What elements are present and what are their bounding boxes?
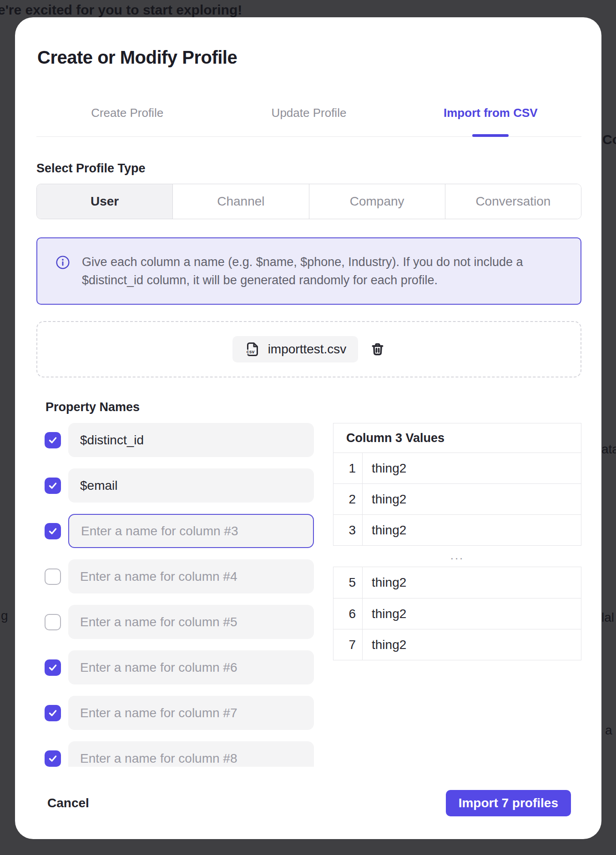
column-7-name-input[interactable] — [68, 696, 314, 730]
trash-icon — [370, 342, 385, 357]
row-number: 1 — [333, 453, 363, 483]
column-values-preview: Column 3 Values 1 thing2 2 thing2 3 thin… — [333, 423, 581, 767]
property-row-8 — [45, 741, 314, 767]
table-row: 2 thing2 — [333, 483, 581, 514]
property-name-list — [45, 423, 314, 767]
table-row: 3 thing2 — [333, 514, 581, 545]
row-number: 7 — [333, 629, 363, 660]
column-1-name-input[interactable] — [68, 423, 314, 457]
info-icon — [56, 255, 70, 272]
check-icon — [48, 526, 58, 536]
row-number: 3 — [333, 515, 363, 545]
rows-ellipsis: ... — [333, 546, 581, 567]
select-profile-type-label: Select Profile Type — [36, 161, 581, 176]
check-icon — [48, 754, 58, 764]
column-3-name-input[interactable] — [68, 514, 314, 548]
property-row-1 — [45, 423, 314, 457]
check-icon — [48, 435, 58, 445]
column-3-checkbox[interactable] — [45, 523, 61, 539]
table-row: 7 thing2 — [333, 629, 581, 660]
row-value: thing2 — [363, 484, 581, 514]
table-row: 1 thing2 — [333, 453, 581, 483]
row-value: thing2 — [363, 515, 581, 545]
column-8-name-input[interactable] — [68, 741, 314, 767]
background-banner-text: e're excited for you to start exploring! — [0, 2, 242, 18]
background-fragment: a — [605, 723, 612, 738]
background-fragment: lal — [601, 610, 614, 625]
preview-table-top: Column 3 Values 1 thing2 2 thing2 3 thin… — [333, 423, 581, 546]
background-fragment: g — [1, 609, 8, 623]
property-names-heading: Property Names — [45, 399, 581, 415]
property-row-5 — [45, 605, 314, 639]
column-4-name-input[interactable] — [68, 559, 314, 593]
table-row: 5 thing2 — [333, 567, 581, 598]
preview-table-header: Column 3 Values — [333, 423, 581, 453]
column-7-checkbox[interactable] — [45, 705, 61, 721]
csv-file-icon: csv — [244, 341, 261, 357]
profile-type-channel[interactable]: Channel — [172, 184, 308, 219]
column-4-checkbox[interactable] — [45, 568, 61, 585]
uploaded-file-name: importtest.csv — [268, 342, 347, 357]
row-number: 6 — [333, 598, 363, 629]
profile-type-company[interactable]: Company — [309, 184, 445, 219]
property-row-4 — [45, 559, 314, 593]
table-row: 6 thing2 — [333, 598, 581, 629]
column-8-checkbox[interactable] — [45, 750, 61, 767]
profile-type-conversation[interactable]: Conversation — [445, 184, 581, 219]
dialog-title: Create or Modify Profile — [37, 46, 581, 68]
check-icon — [48, 481, 58, 491]
row-value: thing2 — [363, 598, 581, 629]
row-value: thing2 — [363, 629, 581, 660]
column-6-checkbox[interactable] — [45, 659, 61, 676]
dialog-tabs: Create Profile Update Profile Import fro… — [36, 68, 581, 137]
column-5-checkbox[interactable] — [45, 614, 61, 630]
import-profiles-button[interactable]: Import 7 profiles — [446, 790, 571, 816]
column-1-checkbox[interactable] — [45, 432, 61, 448]
csv-upload-dropzone[interactable]: csv importtest.csv — [36, 321, 581, 377]
profile-type-user[interactable]: User — [37, 184, 172, 219]
tab-import-from-csv[interactable]: Import from CSV — [400, 106, 581, 136]
row-number: 5 — [333, 567, 363, 598]
row-value: thing2 — [363, 453, 581, 483]
check-icon — [48, 663, 58, 673]
tab-label: Update Profile — [272, 106, 347, 120]
property-row-7 — [45, 696, 314, 730]
property-row-3 — [45, 514, 314, 548]
tab-label: Create Profile — [91, 106, 163, 120]
tab-update-profile[interactable]: Update Profile — [218, 106, 399, 136]
preview-table-bottom: 5 thing2 6 thing2 7 thing2 — [333, 567, 581, 660]
check-icon — [48, 708, 58, 718]
row-value: thing2 — [363, 567, 581, 598]
background-fragment: ata — [601, 442, 616, 457]
property-row-2 — [45, 468, 314, 503]
active-tab-underline — [472, 134, 509, 137]
create-or-modify-profile-dialog: Create or Modify Profile Create Profile … — [15, 17, 601, 839]
column-5-name-input[interactable] — [68, 605, 314, 639]
dialog-footer: Cancel Import 7 profiles — [47, 790, 571, 816]
property-row-6 — [45, 650, 314, 684]
info-banner-text: Give each column a name (e.g. $name, $ph… — [82, 253, 541, 289]
profile-type-segmented-control: User Channel Company Conversation — [36, 184, 581, 219]
uploaded-file-chip[interactable]: csv importtest.csv — [232, 336, 358, 362]
tab-create-profile[interactable]: Create Profile — [36, 106, 218, 136]
mapping-area: Column 3 Values 1 thing2 2 thing2 3 thin… — [36, 423, 581, 767]
column-2-checkbox[interactable] — [45, 478, 61, 494]
cancel-button[interactable]: Cancel — [47, 796, 89, 810]
column-naming-info-banner: Give each column a name (e.g. $name, $ph… — [36, 237, 581, 305]
remove-file-button[interactable] — [370, 342, 385, 357]
background-fragment: Col — [602, 132, 616, 147]
column-2-name-input[interactable] — [68, 468, 314, 503]
tab-label: Import from CSV — [444, 106, 538, 120]
svg-text:csv: csv — [246, 349, 254, 354]
column-6-name-input[interactable] — [68, 650, 314, 684]
row-number: 2 — [333, 484, 363, 514]
